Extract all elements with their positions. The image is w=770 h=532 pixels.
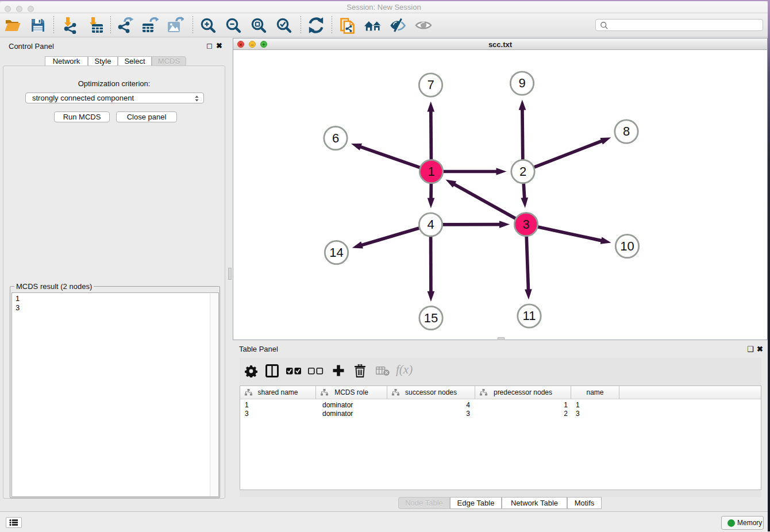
svg-text:1: 1 <box>428 164 434 179</box>
svg-text:15: 15 <box>424 311 438 325</box>
svg-text:3: 3 <box>522 217 529 232</box>
svg-text:7: 7 <box>427 78 434 92</box>
svg-text:8: 8 <box>623 124 630 138</box>
svg-text:2: 2 <box>519 164 526 179</box>
svg-text:11: 11 <box>523 309 536 323</box>
svg-text:4: 4 <box>427 217 434 232</box>
svg-text:9: 9 <box>518 76 525 90</box>
svg-text:14: 14 <box>329 245 343 260</box>
svg-text:10: 10 <box>620 239 634 253</box>
svg-text:6: 6 <box>332 131 339 145</box>
